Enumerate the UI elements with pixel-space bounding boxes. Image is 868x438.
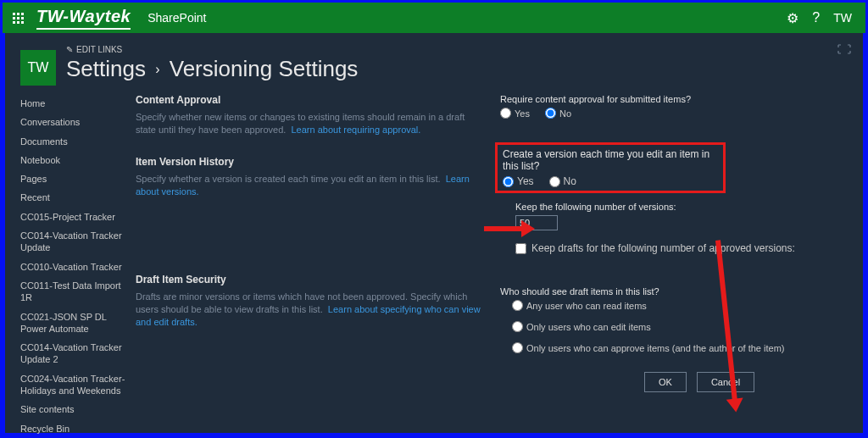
help-icon[interactable]: ?	[812, 10, 820, 25]
section-title: Content Approval	[136, 94, 483, 106]
suite-bar: TW-Waytek SharePoint ⚙ ? TW	[3, 3, 865, 33]
tenant-brand[interactable]: TW-Waytek	[36, 7, 131, 30]
cancel-button[interactable]: Cancel	[697, 372, 754, 392]
chevron-right-icon: ›	[155, 62, 159, 76]
edit-links-label: EDIT LINKS	[76, 45, 122, 54]
nav-item[interactable]: Conversations	[20, 113, 131, 131]
site-tile[interactable]: TW	[20, 50, 56, 86]
user-avatar[interactable]: TW	[833, 11, 852, 25]
pencil-icon: ✎	[66, 45, 73, 54]
section-version-history: Item Version History Specify whether a v…	[136, 156, 483, 199]
control-label: Who should see draft items in this list?	[500, 286, 848, 297]
radio-no[interactable]: No	[549, 175, 576, 187]
section-title: Draft Item Security	[136, 274, 483, 286]
section-desc: Drafts are minor versions or items which…	[136, 291, 483, 330]
edit-links-top[interactable]: ✎ EDIT LINKS	[66, 45, 358, 54]
focus-mode-icon[interactable]	[837, 43, 851, 57]
control-label: Keep the following number of versions:	[515, 202, 848, 212]
nav-item[interactable]: CC014-Vacation Tracker Update 2	[20, 338, 131, 369]
nav-item[interactable]: CC024-Vacation Tracker- Holidays and Wee…	[20, 369, 131, 401]
radio-no[interactable]: No	[545, 108, 571, 119]
nav-item[interactable]: CC021-JSON SP DL Power Automate	[20, 308, 131, 339]
nav-item[interactable]: CC010-Vacation Tracker	[20, 258, 131, 276]
nav-item[interactable]: CC014-Vacation Tracker Update	[20, 226, 131, 258]
page-header: TW ✎ EDIT LINKS Settings › Versioning Se…	[5, 33, 863, 86]
gear-icon[interactable]: ⚙	[787, 10, 798, 26]
breadcrumb: Settings › Versioning Settings	[66, 56, 358, 82]
checkbox-label: Keep drafts for the following number of …	[531, 242, 795, 254]
quick-launch-nav: Home Conversations Documents Notebook Pa…	[20, 94, 131, 438]
nav-item[interactable]: Site contents	[20, 400, 131, 419]
nav-item[interactable]: CC015-Project Tracker	[20, 208, 131, 226]
app-launcher-icon[interactable]	[9, 9, 26, 26]
app-name[interactable]: SharePoint	[147, 11, 206, 25]
nav-item[interactable]: Pages	[20, 169, 131, 188]
nav-item[interactable]: Recycle Bin	[20, 419, 131, 438]
radio-any-user[interactable]: Any user who can read items	[512, 300, 848, 311]
nav-item[interactable]: Documents	[20, 132, 131, 151]
section-desc: Specify whether a version is created eac…	[136, 173, 483, 199]
draft-visibility-group: Who should see draft items in this list?…	[500, 286, 848, 353]
breadcrumb-settings[interactable]: Settings	[66, 56, 146, 81]
radio-yes[interactable]: Yes	[503, 175, 534, 187]
keep-versions-group: Keep the following number of versions:	[515, 202, 848, 230]
nav-item[interactable]: Home	[20, 94, 131, 113]
section-title: Item Version History	[136, 156, 483, 168]
control-label: Create a version each time you edit an i…	[503, 148, 718, 172]
section-draft-security: Draft Item Security Drafts are minor ver…	[136, 274, 483, 330]
keep-drafts-checkbox[interactable]: Keep drafts for the following number of …	[515, 242, 848, 254]
highlighted-create-version: Create a version each time you edit an i…	[495, 142, 726, 193]
section-desc: Specify whether new items or changes to …	[136, 111, 483, 137]
nav-item[interactable]: Recent	[20, 188, 131, 207]
nav-item[interactable]: CC011-Test Data Import 1R	[20, 276, 131, 308]
require-approval-group: Require content approval for submitted i…	[500, 94, 848, 119]
learn-link[interactable]: Learn about requiring approval.	[291, 125, 420, 135]
radio-yes[interactable]: Yes	[500, 108, 530, 119]
radio-edit-users[interactable]: Only users who can edit items	[512, 321, 848, 332]
radio-approve-users[interactable]: Only users who can approve items (and th…	[512, 342, 848, 353]
ok-button[interactable]: OK	[644, 372, 687, 392]
nav-item[interactable]: Notebook	[20, 151, 131, 169]
annotation-arrow-left	[484, 224, 535, 234]
section-content-approval: Content Approval Specify whether new ite…	[136, 94, 483, 137]
control-label: Require content approval for submitted i…	[500, 94, 848, 104]
breadcrumb-page: Versioning Settings	[170, 56, 359, 81]
